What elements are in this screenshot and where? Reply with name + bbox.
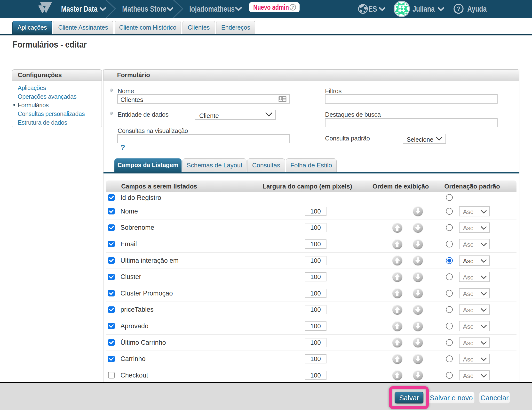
- svg-text:?: ?: [292, 5, 294, 10]
- svg-text:?: ?: [457, 5, 460, 12]
